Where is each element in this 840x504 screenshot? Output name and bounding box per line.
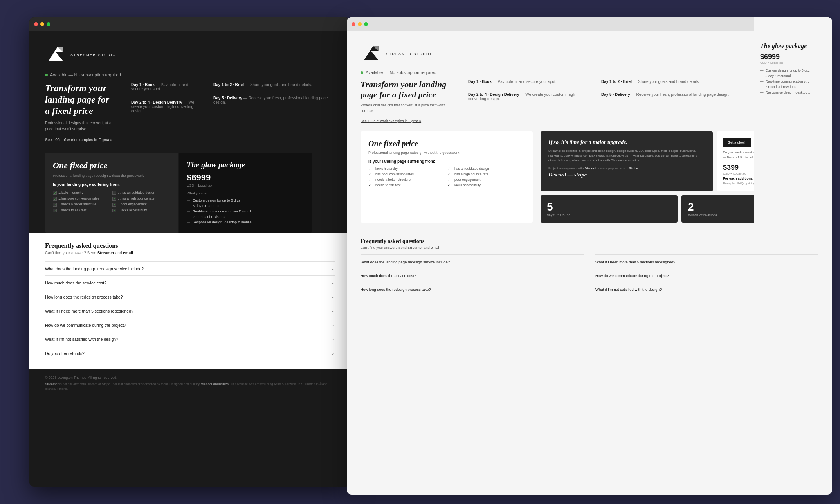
feature-2: 5-day turnaround	[187, 203, 304, 209]
faq-q5: How do we communicate during the project…	[45, 323, 126, 328]
light-minimize-dot[interactable]	[358, 22, 362, 26]
faq-q7: Do you offer refunds?	[45, 351, 85, 356]
light-check-6: ✓ ...poor engagement	[447, 178, 525, 182]
check-text-2: ...has an outdated design	[118, 191, 155, 194]
light-faq-item-3[interactable]: How long does the redesign process take?	[361, 282, 584, 295]
faq-q3: How long does the redesign process take?	[45, 295, 123, 299]
dark-step-1: Day 1 · Book — Pay upfront and secure yo…	[123, 83, 205, 143]
check-box-3: ✓	[53, 197, 57, 201]
dark-faq-streamer-link[interactable]: Streamer	[97, 251, 114, 255]
light-faq-q4: What if I need more than 5 sections rede…	[595, 260, 675, 264]
light-available-text: Available — No subscription required	[366, 70, 436, 75]
faq-item-6[interactable]: What if I'm not satisfied with the desig…	[45, 332, 335, 346]
faq-item-7[interactable]: Do you offer refunds? ⌄	[45, 346, 335, 360]
light-check-text-3: ...has poor conversion rates	[373, 172, 414, 176]
light-faq-sub: Can't find your answer? Send Streamer an…	[361, 246, 818, 250]
light-check-mark-4: ✓	[447, 173, 450, 176]
dark-pricing-left: One fixed price Professional landing pag…	[45, 153, 178, 233]
close-dot[interactable]	[34, 22, 38, 26]
light-payment-text: Project management with Discord, secure …	[548, 167, 705, 170]
light-available-badge: Available — No subscription required	[361, 70, 818, 75]
faq-chevron-1: ⌄	[331, 266, 335, 272]
faq-q1: What does the landing page redesign serv…	[45, 266, 144, 271]
light-hero-top-row: Transform your landing page for a fixed …	[361, 79, 818, 124]
light-glow-note: USD + Local tax	[760, 61, 826, 65]
light-faq-q2: How much does the service cost?	[361, 274, 416, 278]
light-available-dot	[361, 71, 363, 74]
faq-item-2[interactable]: How much does the service cost? ⌄	[45, 275, 335, 290]
light-hero-left-col: Transform your landing page for a fixed …	[361, 79, 460, 124]
light-glow-f4: —2 rounds of revisions	[760, 84, 826, 90]
check-box-1: ✓	[53, 191, 57, 195]
dark-logo-text: STREAMER.STUDIO	[70, 53, 116, 57]
light-step2-title: Day 2 to 4 · Design Delivery — We create…	[468, 92, 585, 101]
dark-logo-area: STREAMER.STUDIO	[45, 43, 335, 65]
maximize-dot[interactable]	[47, 22, 50, 26]
faq-chevron-6: ⌄	[331, 336, 335, 342]
light-faq-q6: What if I'm not satisfied with the desig…	[595, 287, 662, 292]
light-close-dot[interactable]	[352, 22, 355, 26]
light-faq-item-2[interactable]: How much does the service cost?	[361, 268, 584, 282]
dark-hero-left: Transform your landing page for a fixed …	[45, 83, 123, 143]
dark-step-2: Day 1 to 2 · Brief — Share your goals an…	[205, 83, 335, 143]
check-text-7: ...needs to A/B test	[58, 208, 86, 212]
light-faq-item-6[interactable]: What if I'm not satisfied with the desig…	[595, 282, 818, 295]
light-hero-sub: Professional designs that convert, at a …	[361, 103, 452, 113]
light-faq-q3: How long does the redesign process take?	[361, 287, 431, 292]
dark-step4-title: Day 5 · Delivery — Receive your fresh, p…	[213, 96, 335, 104]
light-glow-f1: —Custom design for up to 5 di...	[760, 68, 826, 73]
light-faq-item-5[interactable]: How do we communicate during the project…	[595, 268, 818, 282]
check-item-5: ✓ ...needs a better structure	[53, 202, 111, 207]
minimize-dot[interactable]	[40, 22, 44, 26]
light-check-mark-1: ✓	[368, 167, 371, 171]
dark-pricing-section: One fixed price Professional landing pag…	[29, 153, 350, 233]
light-faq-q5: How do we communicate during the project…	[595, 274, 669, 278]
faq-item-5[interactable]: How do we communicate during the project…	[45, 318, 335, 332]
light-faq-title: Frequently asked questions	[361, 238, 818, 245]
light-faq-email[interactable]: email	[431, 246, 439, 250]
check-item-8: ✓ ...lacks accessibility	[112, 208, 170, 212]
check-item-6: ✓ ...poor engagement	[112, 202, 170, 207]
dark-footer-copyright: © 2023 Lexington Themes. All rights rese…	[45, 376, 335, 380]
dark-hero-sub: Professional designs that convert, at a …	[45, 120, 115, 132]
light-faq-streamer[interactable]: Streamer	[407, 246, 423, 250]
faq-q6: What if I'm not satisfied with the desig…	[45, 337, 118, 342]
light-check-text-2: ...has an outdated design	[452, 167, 489, 171]
light-faq-grid: What does the landing page redesign serv…	[361, 254, 818, 295]
check-box-4: ✓	[112, 197, 116, 201]
check-item-4: ✓ ...has a high bounce rate	[112, 196, 170, 201]
check-item-7: ✓ ...needs to A/B test	[53, 208, 111, 212]
dark-step1-title: Day 1 · Book — Pay upfront and secure yo…	[131, 83, 197, 91]
light-figma-link[interactable]: See 100s of work examples in Figma »	[361, 119, 421, 123]
dark-logo-icon	[45, 43, 67, 65]
light-checklist: ✓ ...lacks hierarchy ✓ ...has an outdate…	[368, 167, 525, 187]
dark-available-dot	[45, 74, 48, 76]
check-box-2: ✓	[112, 191, 116, 195]
dark-hero-heading: Transform your landing page for a fixed …	[45, 83, 115, 116]
light-faq-item-1[interactable]: What does the landing page redesign serv…	[361, 254, 584, 268]
dark-faq-sub: Can't find your answer? Send Streamer an…	[45, 251, 335, 255]
dark-footer-disclaimer: Streamer is not affiliated with Discord …	[45, 382, 335, 391]
faq-item-4[interactable]: What if I need more than 5 sections rede…	[45, 304, 335, 318]
light-check-text-4: ...has a high bounce rate	[452, 172, 488, 176]
light-suffering-title: Is your landing page suffering from:	[368, 159, 525, 164]
dark-page-content: STREAMER.STUDIO Available — No subscript…	[29, 31, 350, 398]
light-faq-item-4[interactable]: What if I need more than 5 sections rede…	[595, 254, 818, 268]
light-logo-text: STREAMER.STUDIO	[386, 52, 432, 56]
get-glow-button[interactable]: Get a glow!!	[723, 138, 751, 147]
faq-item-1[interactable]: What does the landing page redesign serv…	[45, 261, 335, 275]
light-check-text-7: ...needs to A/B test	[373, 183, 400, 187]
dark-faq-email-link[interactable]: email	[123, 251, 133, 255]
light-check-2: ✓ ...has an outdated design	[447, 167, 525, 171]
light-maximize-dot[interactable]	[364, 22, 368, 26]
light-logo-area: STREAMER.STUDIO	[361, 42, 818, 64]
light-glow-f5: —Responsive design (desktop...	[760, 90, 826, 95]
dark-available-badge: Available — No subscription required	[45, 72, 335, 77]
check-text-8: ...lacks accessibility	[118, 208, 147, 212]
faq-q2: How much does the service cost?	[45, 281, 106, 285]
dark-figma-link[interactable]: See 100s of work examples in Figma »	[45, 138, 112, 142]
light-check-mark-2: ✓	[447, 167, 450, 171]
faq-item-3[interactable]: How long does the redesign process take?…	[45, 290, 335, 304]
light-glow-price: $6999	[760, 53, 826, 61]
dark-footer: © 2023 Lexington Themes. All rights rese…	[29, 369, 350, 398]
